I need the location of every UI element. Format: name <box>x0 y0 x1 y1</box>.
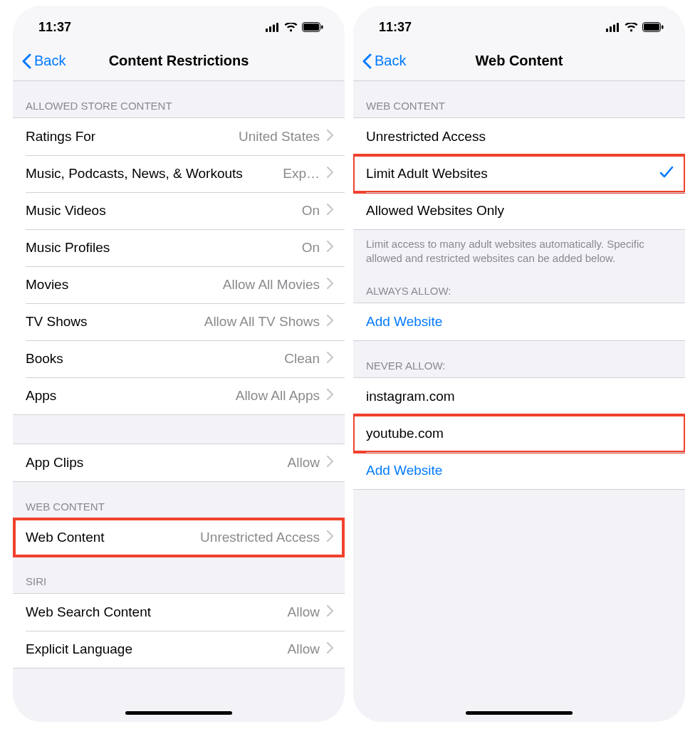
add-website-never[interactable]: Add Website <box>353 452 685 489</box>
option-allowed-only[interactable]: Allowed Websites Only <box>353 192 685 229</box>
svg-rect-9 <box>613 24 615 32</box>
option-unrestricted[interactable]: Unrestricted Access <box>353 118 685 155</box>
row-ratings-for[interactable]: Ratings For United States <box>13 118 345 155</box>
cell-label: Limit Adult Websites <box>366 166 488 182</box>
web-content-group: Web Content Unrestricted Access <box>13 518 345 557</box>
row-music-videos[interactable]: Music Videos On <box>13 192 345 229</box>
cellular-icon <box>606 23 620 32</box>
svg-rect-10 <box>617 23 619 32</box>
cell-label: Music Profiles <box>26 240 110 256</box>
svg-rect-0 <box>266 28 268 32</box>
cell-label: instagram.com <box>366 389 455 404</box>
cell-value: United States <box>101 129 320 145</box>
chevron-right-icon <box>327 315 333 329</box>
chevron-right-icon <box>327 530 333 545</box>
section-header-always: ALWAYS ALLOW: <box>353 266 685 303</box>
cell-label: Apps <box>26 388 56 404</box>
chevron-right-icon <box>327 167 333 181</box>
row-tv-shows[interactable]: TV Shows Allow All TV Shows <box>13 303 345 340</box>
cell-label: Ratings For <box>26 129 95 145</box>
content-area: ALLOWED STORE CONTENT Ratings For United… <box>13 81 345 722</box>
row-web-content[interactable]: Web Content Unrestricted Access <box>13 519 345 556</box>
chevron-left-icon <box>21 53 31 69</box>
cell-value: Allow All Apps <box>62 388 320 404</box>
svg-rect-8 <box>610 26 612 32</box>
home-indicator[interactable] <box>125 711 232 715</box>
svg-rect-6 <box>321 26 323 29</box>
cell-label: Web Content <box>26 530 105 545</box>
section-header-web: WEB CONTENT <box>13 482 345 518</box>
phone-content-restrictions: 11:37 Back Content Restrictions ALLOWED … <box>13 6 345 722</box>
section-header-web: WEB CONTENT <box>353 81 685 117</box>
never-item-instagram[interactable]: instagram.com <box>353 378 685 415</box>
chevron-left-icon <box>362 53 372 69</box>
always-allow-group: Add Website <box>353 303 685 341</box>
chevron-right-icon <box>327 130 333 144</box>
chevron-right-icon <box>327 605 333 619</box>
status-icons <box>266 22 323 32</box>
cell-label: Add Website <box>366 314 442 330</box>
status-time: 11:37 <box>379 20 412 35</box>
cellular-icon <box>266 23 280 32</box>
cell-label: youtube.com <box>366 426 444 441</box>
cell-value: Allow All TV Shows <box>93 314 320 330</box>
cell-label: Books <box>26 351 63 367</box>
battery-icon <box>302 22 323 32</box>
battery-icon <box>642 22 664 32</box>
row-music-podcasts[interactable]: Music, Podcasts, News, & Workouts Exp… <box>13 155 345 192</box>
app-clips-group: App Clips Allow <box>13 444 345 482</box>
cell-label: TV Shows <box>26 314 88 330</box>
row-movies[interactable]: Movies Allow All Movies <box>13 266 345 303</box>
svg-rect-1 <box>269 26 271 32</box>
row-app-clips[interactable]: App Clips Allow <box>13 444 345 481</box>
chevron-right-icon <box>327 278 333 292</box>
svg-rect-3 <box>276 23 278 32</box>
svg-rect-2 <box>273 24 275 32</box>
chevron-right-icon <box>327 204 333 218</box>
never-item-youtube[interactable]: youtube.com <box>353 415 685 452</box>
section-footer: Limit access to many adult websites auto… <box>353 230 685 266</box>
back-button[interactable]: Back <box>21 53 66 69</box>
nav-bar: Back Web Content <box>353 41 685 81</box>
checkmark-icon <box>659 166 674 182</box>
row-explicit-language[interactable]: Explicit Language Allow <box>13 631 345 668</box>
svg-rect-12 <box>644 23 659 31</box>
row-books[interactable]: Books Clean <box>13 340 345 377</box>
wifi-icon <box>625 23 638 32</box>
cell-value: Clean <box>69 351 320 367</box>
chevron-right-icon <box>327 642 333 656</box>
siri-group: Web Search Content Allow Explicit Langua… <box>13 593 345 668</box>
section-header-never: NEVER ALLOW: <box>353 341 685 377</box>
home-indicator[interactable] <box>466 711 573 715</box>
svg-rect-5 <box>303 23 319 31</box>
cell-value: Exp… <box>283 166 320 182</box>
nav-bar: Back Content Restrictions <box>13 41 345 81</box>
web-options-group: Unrestricted Access Limit Adult Websites… <box>353 117 685 230</box>
wifi-icon <box>284 23 298 32</box>
section-header-store: ALLOWED STORE CONTENT <box>13 81 345 117</box>
back-button[interactable]: Back <box>362 53 406 69</box>
content-area: WEB CONTENT Unrestricted Access Limit Ad… <box>353 81 685 722</box>
status-icons <box>606 22 664 32</box>
svg-rect-13 <box>662 26 664 29</box>
cell-value: Unrestricted Access <box>110 530 320 545</box>
phone-web-content: 11:37 Back Web Content WEB CONTENT Unres… <box>353 6 685 722</box>
option-limit-adult[interactable]: Limit Adult Websites <box>353 155 685 192</box>
cell-label: Allowed Websites Only <box>366 203 504 219</box>
cell-value: Allow <box>89 455 320 471</box>
back-label: Back <box>375 53 406 69</box>
svg-rect-7 <box>606 28 608 32</box>
never-allow-group: instagram.com youtube.com Add Website <box>353 377 685 490</box>
cell-value: Allow <box>157 604 320 620</box>
row-web-search[interactable]: Web Search Content Allow <box>13 594 345 631</box>
cell-value: On <box>112 203 320 219</box>
add-website-always[interactable]: Add Website <box>353 303 685 340</box>
cell-label: Movies <box>26 277 68 293</box>
status-time: 11:37 <box>38 20 71 35</box>
cell-value: Allow All Movies <box>74 277 320 293</box>
cell-label: Web Search Content <box>26 604 151 620</box>
row-music-profiles[interactable]: Music Profiles On <box>13 229 345 266</box>
cell-label: Music Videos <box>26 203 106 219</box>
section-header-siri: SIRI <box>13 557 345 593</box>
row-apps[interactable]: Apps Allow All Apps <box>13 377 345 414</box>
